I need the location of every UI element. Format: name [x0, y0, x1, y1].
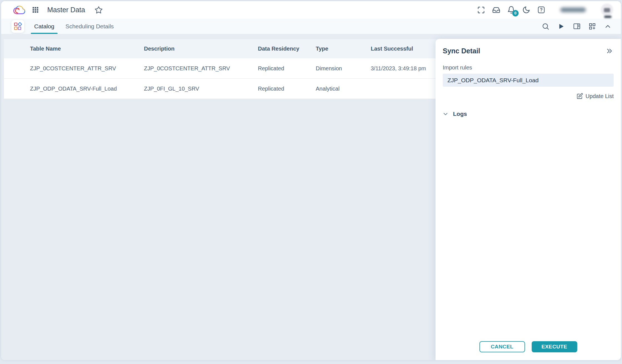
- column-header-table-name: Table Name: [30, 46, 144, 52]
- favorite-star-icon[interactable]: [94, 6, 103, 14]
- column-header-type: Type: [316, 46, 371, 52]
- svg-text:?: ?: [540, 8, 543, 12]
- panel-footer: CANCEL EXECUTE: [443, 341, 614, 352]
- side-panel-icon[interactable]: [573, 22, 581, 31]
- collapse-chevron-up-icon[interactable]: [604, 22, 612, 31]
- cancel-button[interactable]: CANCEL: [479, 341, 525, 352]
- dark-mode-moon-icon[interactable]: [522, 6, 530, 14]
- run-play-icon[interactable]: [557, 22, 565, 31]
- cell-description: ZJP_0FI_GL_10_SRV: [144, 86, 258, 92]
- column-header-description: Description: [144, 46, 258, 52]
- inbox-icon[interactable]: [492, 6, 500, 14]
- cell-data-residency: Replicated: [258, 65, 316, 72]
- fullscreen-icon[interactable]: [477, 6, 485, 14]
- panel-title: Sync Detail: [443, 47, 480, 55]
- tab-strip: Catalog Scheduling Details: [31, 19, 121, 34]
- appbar-actions: 0 ?: [477, 4, 614, 16]
- import-rules-input[interactable]: [443, 74, 614, 87]
- page-title: Master Data: [47, 6, 85, 14]
- collapse-double-chevron-right-icon[interactable]: [605, 47, 614, 55]
- sync-detail-panel: Sync Detail Import rules Update List: [436, 39, 621, 360]
- cell-description: ZJP_0COSTCENTER_ATTR_SRV: [144, 65, 258, 72]
- notification-badge: 0: [512, 10, 519, 16]
- edit-pencil-icon: [576, 93, 583, 99]
- logs-chevron-down-icon: [443, 111, 448, 117]
- app-bar: Master Data: [1, 1, 621, 19]
- help-icon[interactable]: ?: [537, 6, 545, 14]
- app-shapes-icon[interactable]: [11, 20, 24, 33]
- app-window: Master Data: [1, 1, 621, 360]
- user-name-redacted: [560, 8, 586, 12]
- column-header-data-residency: Data Residency: [258, 46, 316, 52]
- toolbar-actions: [541, 19, 612, 34]
- cell-data-residency: Replicated: [258, 86, 316, 92]
- content-area: Table Name Description Data Residency Ty…: [1, 34, 621, 360]
- tab-scheduling-details[interactable]: Scheduling Details: [62, 19, 117, 34]
- update-list-label: Update List: [586, 93, 614, 99]
- app-launcher-icon[interactable]: [31, 6, 39, 14]
- cell-type: Dimension: [316, 65, 371, 72]
- notifications-bell-icon[interactable]: 0: [507, 6, 515, 14]
- cell-table-name: ZJP_0COSTCENTER_ATTR_SRV: [30, 65, 144, 72]
- toolbar: Catalog Scheduling Details: [1, 19, 621, 34]
- logs-section-toggle[interactable]: Logs: [443, 111, 614, 117]
- tab-catalog[interactable]: Catalog: [31, 19, 58, 34]
- execute-button[interactable]: EXECUTE: [532, 341, 577, 352]
- import-rules-label: Import rules: [443, 64, 614, 71]
- cell-table-name: ZJP_ODP_ODATA_SRV-Full_Load: [30, 86, 144, 92]
- cloud-logo-icon[interactable]: [13, 3, 26, 17]
- add-widget-icon[interactable]: [588, 22, 596, 31]
- screen: { "colors": { "accent": "#189AAD", "icon…: [0, 0, 622, 364]
- search-icon[interactable]: [541, 22, 550, 31]
- user-avatar[interactable]: [601, 4, 614, 16]
- logs-label: Logs: [453, 111, 467, 117]
- update-list-button[interactable]: Update List: [576, 93, 614, 99]
- cell-type: Analytical: [316, 86, 371, 92]
